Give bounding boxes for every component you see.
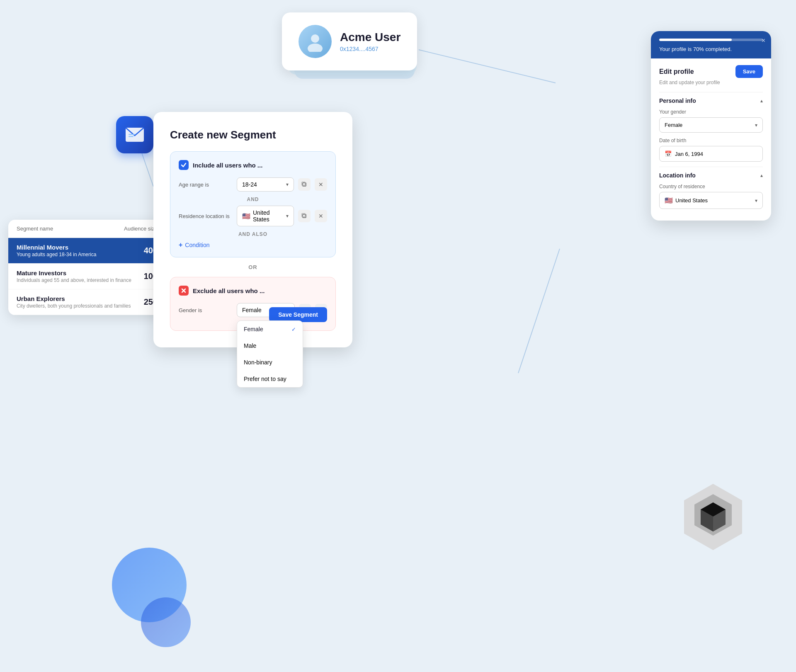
chevron-down-icon: ▾ (755, 198, 757, 204)
country-value: United States (675, 197, 708, 204)
profile-address: 0x1234....4567 (340, 46, 400, 52)
gender-option-male[interactable]: Male (237, 337, 303, 354)
and-divider: AND (179, 197, 327, 202)
segment-desc: Individuals aged 55 and above, intereste… (17, 277, 131, 283)
save-segment-button[interactable]: Save Segment (269, 307, 327, 322)
segment-row[interactable]: Mature Investors Individuals aged 55 and… (8, 264, 166, 289)
gender-dropdown: Female ✓ Male Non-binary Prefer not to s… (237, 320, 303, 388)
gender-field-value: Female (665, 122, 682, 128)
plus-icon: + (179, 241, 182, 249)
location-condition-label: Residence location is (179, 213, 233, 219)
gender-condition-label: Gender is (179, 307, 233, 313)
include-check-icon (179, 160, 189, 170)
edit-profile-header: Your profile is 70% completed. × (651, 31, 771, 58)
gender-option-label: Female (244, 326, 263, 332)
segment-name: Mature Investors (17, 269, 131, 277)
svg-point-4 (311, 34, 319, 43)
segment-size-col-header: Audience size (124, 226, 158, 232)
svg-rect-13 (302, 213, 305, 217)
remove-condition-icon[interactable]: ✕ (315, 210, 327, 222)
close-button[interactable]: × (762, 37, 765, 44)
location-condition-row: Residence location is 🇺🇸 United States ▾… (179, 206, 327, 226)
copy-icon[interactable] (298, 210, 311, 222)
exclude-header: Exclude all users who ... (179, 286, 327, 296)
progress-bar-fill (659, 39, 732, 41)
edit-profile-title: Edit profile (659, 68, 694, 75)
location-select[interactable]: 🇺🇸 United States ▾ (237, 206, 294, 226)
hex-decoration (680, 480, 746, 556)
gender-option-prefer-not[interactable]: Prefer not to say (237, 371, 303, 387)
svg-line-0 (419, 50, 556, 83)
add-condition-button[interactable]: + Condition (179, 241, 327, 249)
section-divider (659, 167, 763, 167)
include-box: Include all users who ... Age range is 1… (170, 151, 336, 257)
chevron-down-icon: ▾ (286, 182, 289, 187)
segment-row[interactable]: Urban Explorers City dwellers, both youn… (8, 289, 166, 315)
copy-icon[interactable] (298, 178, 311, 191)
country-field-select[interactable]: 🇺🇸 United States ▾ (659, 192, 763, 209)
include-header: Include all users who ... (179, 160, 327, 170)
age-range-value: 18-24 (242, 181, 257, 188)
create-segment-title: Create new Segment (170, 129, 336, 141)
personal-info-section-header[interactable]: Personal info ▴ (659, 97, 763, 104)
and-also-divider: AND ALSO (179, 231, 327, 237)
gender-option-label: Male (244, 342, 256, 349)
profile-card: Acme User 0x1234....4567 (282, 12, 417, 70)
chevron-down-icon: ▾ (286, 213, 289, 219)
dob-field[interactable]: 📅 Jan 6, 1994 (659, 146, 763, 162)
gender-option-nonbinary[interactable]: Non-binary (237, 354, 303, 371)
create-segment-card: Create new Segment Include all users who… (153, 112, 352, 347)
exclude-box: Exclude all users who ... Gender is Fema… (170, 277, 336, 331)
gender-option-label: Non-binary (244, 359, 272, 366)
gender-field-select[interactable]: Female ▾ (659, 117, 763, 133)
segment-list-card: Segment name Audience size Millennial Mo… (8, 220, 166, 315)
location-info-section-header[interactable]: Location info ▴ (659, 172, 763, 179)
us-flag-icon: 🇺🇸 (665, 197, 673, 204)
country-field-label: Country of residence (659, 184, 763, 189)
segment-desc: Young adults aged 18-34 in America (17, 252, 96, 257)
progress-bar-container (659, 39, 763, 41)
location-value: United States (253, 209, 286, 223)
avatar (298, 25, 332, 58)
svg-line-3 (518, 249, 560, 373)
add-condition-label: Condition (185, 242, 209, 248)
profile-name: Acme User (340, 31, 400, 44)
svg-point-5 (308, 44, 323, 52)
segment-desc: City dwellers, both young professionals … (17, 303, 131, 309)
us-flag-icon: 🇺🇸 (242, 212, 250, 220)
segment-name-col-header: Segment name (17, 226, 53, 232)
segment-row[interactable]: Millennial Movers Young adults aged 18-3… (8, 238, 166, 264)
checkmark-icon: ✓ (291, 326, 296, 332)
save-button[interactable]: Save (735, 65, 763, 78)
include-label: Include all users who ... (193, 162, 262, 169)
gender-field-label: Your gender (659, 109, 763, 115)
calendar-icon: 📅 (665, 150, 672, 157)
edit-profile-body: Edit profile Save Edit and update your p… (651, 58, 771, 221)
location-info-title: Location info (659, 172, 696, 179)
edit-profile-card: Your profile is 70% completed. × Edit pr… (651, 31, 771, 221)
segment-list-header: Segment name Audience size (8, 220, 166, 238)
remove-condition-icon[interactable]: ✕ (315, 178, 327, 191)
or-divider: OR (170, 264, 336, 270)
svg-rect-10 (303, 183, 306, 186)
section-divider (659, 92, 763, 92)
blue-circle-decoration-2 (141, 597, 191, 647)
age-condition-row: Age range is 18-24 ▾ ✕ (179, 177, 327, 192)
mail-icon-card (116, 116, 153, 153)
exclude-x-icon (179, 286, 189, 296)
exclude-label: Exclude all users who ... (193, 287, 265, 294)
svg-rect-8 (129, 134, 135, 135)
svg-rect-11 (302, 182, 305, 185)
svg-rect-9 (129, 136, 133, 137)
dob-field-label: Date of birth (659, 138, 763, 143)
personal-info-title: Personal info (659, 97, 696, 104)
gender-option-label: Prefer not to say (244, 376, 286, 382)
edit-profile-title-row: Edit profile Save (659, 65, 763, 78)
gender-option-female[interactable]: Female ✓ (237, 321, 303, 337)
segment-name: Urban Explorers (17, 295, 131, 302)
segment-name: Millennial Movers (17, 244, 96, 251)
profile-complete-text: Your profile is 70% completed. (659, 46, 732, 52)
age-range-select[interactable]: 18-24 ▾ (237, 177, 294, 192)
svg-rect-12 (303, 214, 306, 218)
edit-profile-subtitle: Edit and update your profile (659, 80, 763, 85)
